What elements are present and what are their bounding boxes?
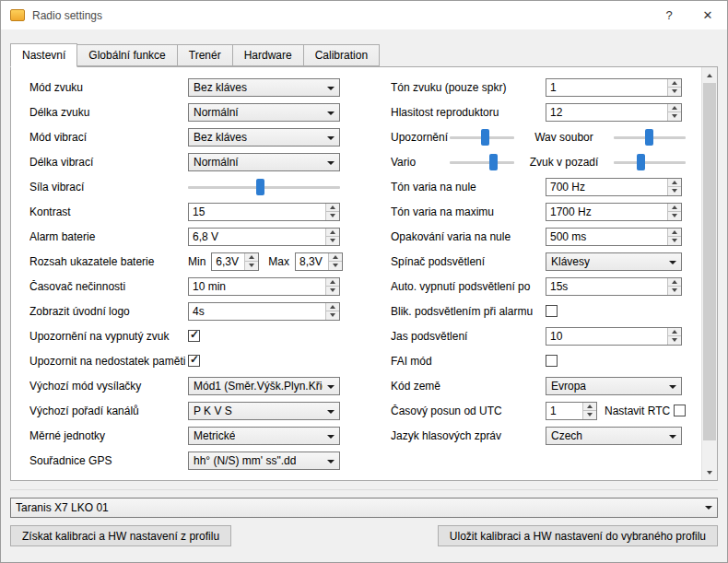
field-label: Časový posun od UTC [391, 405, 546, 417]
spin-down-button[interactable] [326, 286, 339, 295]
slider[interactable] [614, 153, 686, 171]
vertical-scrollbar[interactable] [701, 67, 717, 480]
spinbox[interactable]: 4s [188, 302, 340, 321]
spin-up-button[interactable] [329, 253, 342, 262]
spinbox[interactable]: 8,3V [295, 252, 343, 271]
spinbox[interactable]: 700 Hz [546, 178, 682, 196]
settings-pane: Mód zvukuBez klávesDélka zvukuNormálníMó… [10, 66, 718, 481]
spin-down-button[interactable] [668, 186, 681, 195]
combobox[interactable]: P K V S [188, 402, 340, 420]
spinbox[interactable]: 6,3V [211, 252, 259, 271]
field-label: Upozornit na nedostatek paměti [29, 355, 188, 368]
spinbox[interactable]: 15s [546, 277, 682, 296]
slider[interactable] [450, 128, 514, 147]
spinbox[interactable]: 10 [546, 327, 682, 346]
spin-down-button[interactable] [668, 286, 681, 295]
spin-down-button[interactable] [326, 311, 339, 320]
slider-handle[interactable] [256, 179, 264, 195]
spin-down-button[interactable] [326, 236, 339, 245]
spin-up-button[interactable] [326, 229, 339, 237]
field-label: Auto. vypnutí podsvětlení po [391, 280, 546, 293]
scroll-up-button[interactable] [702, 67, 717, 83]
combobox[interactable]: Bez kláves [188, 128, 340, 147]
spin-up-button[interactable] [583, 403, 596, 411]
checkbox[interactable] [674, 405, 686, 416]
spin-up-button[interactable] [326, 303, 339, 311]
spin-up-button[interactable] [326, 278, 339, 287]
slider[interactable] [450, 153, 514, 171]
slider[interactable] [614, 128, 686, 147]
spin-up-button[interactable] [668, 104, 681, 112]
spin-up-button[interactable] [668, 229, 681, 237]
spinbox-value: 15 [189, 204, 325, 220]
tab-4[interactable]: Calibration [303, 44, 380, 66]
spin-up-button[interactable] [668, 79, 681, 88]
slider-handle[interactable] [481, 129, 489, 146]
close-button[interactable]: ✕ [688, 1, 727, 29]
scroll-down-button[interactable] [702, 464, 717, 480]
spin-down-button[interactable] [245, 261, 258, 270]
combobox[interactable]: Normální [188, 103, 340, 122]
row-left-4: Síla vibrací [29, 174, 391, 199]
slider-handle[interactable] [489, 154, 498, 170]
row-left-1: Délka zvukuNormální [29, 100, 391, 124]
spin-down-button[interactable] [329, 261, 342, 270]
checkbox[interactable] [188, 330, 200, 342]
row-right-10: Jas podsvětlení10 [391, 323, 686, 348]
tab-1[interactable]: Globální funkce [76, 44, 177, 66]
spin-down-button[interactable] [668, 111, 681, 121]
spin-down-button[interactable] [668, 236, 681, 245]
spinbox[interactable]: 10 min [188, 277, 340, 296]
spinbox-value: 1700 Hz [546, 204, 667, 220]
spin-down-button[interactable] [326, 211, 339, 220]
spin-up-icon [333, 255, 338, 259]
save-calibration-button[interactable]: Uložit kalibraci a HW nastavení do vybra… [438, 525, 718, 546]
checkbox[interactable] [546, 355, 558, 367]
row-left-9: Zobrazit úvodní logo4s [29, 299, 391, 323]
combobox[interactable]: Normální [188, 153, 340, 171]
spinbox[interactable]: 1 [546, 402, 597, 420]
spinbox[interactable]: 1 [546, 78, 682, 97]
tab-3[interactable]: Hardware [232, 44, 304, 66]
combobox-value: Normální [194, 156, 239, 169]
spin-up-button[interactable] [668, 328, 681, 336]
spinbox[interactable]: 15 [188, 203, 340, 221]
spinbox-value: 1 [546, 79, 667, 96]
slider-handle[interactable] [637, 154, 645, 170]
spin-up-button[interactable] [668, 278, 681, 287]
spin-up-button[interactable] [668, 204, 681, 212]
spin-down-button[interactable] [583, 410, 596, 419]
combobox[interactable]: Evropa [546, 377, 682, 395]
checkbox[interactable] [546, 305, 558, 317]
combobox[interactable]: Mód1 (Směr.Výšk.Plyn.Křid) [188, 377, 340, 395]
spinbox-value: 4s [189, 303, 325, 320]
field-label: Výchozí pořadí kanálů [29, 405, 188, 417]
help-button[interactable]: ? [650, 1, 688, 29]
combobox[interactable]: Klávesy [546, 252, 682, 271]
spinbox[interactable]: 6,8 V [188, 228, 340, 246]
tab-2[interactable]: Trenér [177, 44, 233, 66]
spin-up-button[interactable] [668, 179, 681, 187]
spinbox[interactable]: 500 ms [546, 228, 682, 246]
spin-down-button[interactable] [668, 335, 681, 345]
combobox[interactable]: Czech [546, 427, 682, 445]
row-right-2: UpozorněníWav soubor [391, 124, 686, 149]
combobox[interactable]: hh° (N/S) mm' ss".dd [188, 452, 340, 470]
slider-handle[interactable] [645, 129, 653, 146]
spin-up-button[interactable] [245, 253, 258, 262]
checkbox[interactable] [188, 355, 200, 367]
combobox[interactable]: Bez kláves [188, 78, 340, 97]
spin-down-button[interactable] [668, 87, 681, 96]
profile-combobox[interactable]: Taranis X7 LKO 01 [10, 498, 718, 518]
combobox[interactable]: Metrické [188, 427, 340, 445]
slider[interactable] [188, 178, 340, 196]
spinbox[interactable]: 1700 Hz [546, 203, 682, 221]
scrollbar-thumb[interactable] [703, 83, 716, 440]
spinbox[interactable]: 12 [546, 103, 682, 122]
footer: Taranis X7 LKO 01 Získat kalibraci a HW … [10, 498, 718, 546]
field-label: Jas podsvětlení [391, 330, 546, 343]
spin-up-button[interactable] [326, 204, 339, 212]
tab-0[interactable]: Nastevní [10, 43, 77, 67]
spin-down-button[interactable] [668, 211, 681, 220]
get-calibration-button[interactable]: Získat kalibraci a HW nastavení z profil… [10, 525, 231, 546]
